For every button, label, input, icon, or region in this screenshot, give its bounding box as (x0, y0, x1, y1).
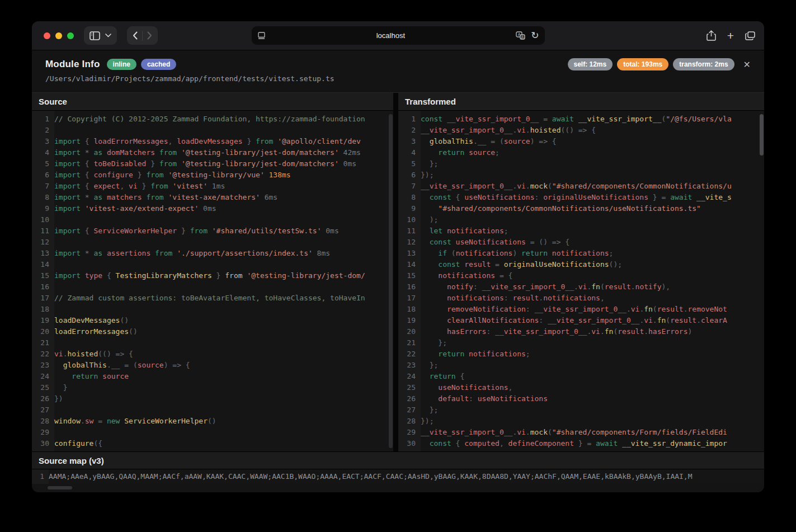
line-number: 22 (32, 349, 54, 360)
sourcemap-hscroll (32, 484, 764, 492)
reload-button[interactable]: ↻ (531, 31, 539, 40)
code-line: 3 globalThis.__ = (source) => { (398, 136, 764, 147)
line-number: 10 (398, 214, 421, 225)
code-line: 20loadErrorMessages() (32, 326, 393, 337)
code-line: 30configure({ (32, 438, 393, 449)
code-line: 4import * as domMatchers from '@testing-… (32, 147, 393, 158)
code-line: 5 }; (398, 158, 764, 170)
line-number: 15 (32, 270, 54, 281)
line-number: 11 (398, 225, 421, 237)
code-line: 30 const { computed, defineComponent } =… (398, 438, 764, 449)
code-line: 28}); (398, 416, 764, 427)
line-number: 1 (398, 114, 421, 125)
transformed-scrollbar[interactable] (760, 114, 764, 156)
line-number: 21 (32, 337, 54, 349)
code-line: 28window.sw = new ServiceWorkerHelper() (32, 416, 393, 427)
code-line: 10 (32, 214, 393, 225)
line-number: 29 (32, 427, 54, 438)
line-number: 17 (398, 293, 421, 304)
line-number: 26 (398, 393, 421, 404)
line-number: 3 (398, 136, 421, 147)
line-number: 3 (32, 136, 54, 147)
panel-divider[interactable] (393, 93, 398, 451)
line-number: 7 (32, 181, 54, 192)
code-line: 10 ); (398, 214, 764, 225)
sidebar-toggle-button[interactable] (84, 26, 117, 45)
code-line: 19 clearAllNotifications: __vite_ssr_imp… (398, 315, 764, 326)
line-number: 23 (398, 360, 421, 371)
line-number: 4 (32, 147, 54, 158)
new-tab-button[interactable]: + (727, 30, 734, 41)
line-number: 17 (32, 293, 54, 304)
share-button[interactable] (706, 30, 716, 41)
code-line: 29 (32, 427, 393, 438)
toolbar-right-actions: + (706, 30, 755, 41)
code-line: 22vi.hoisted(() => { (32, 349, 393, 360)
line-number: 25 (32, 382, 54, 393)
code-line: 23 }; (398, 360, 764, 371)
line-number: 27 (398, 404, 421, 416)
reader-icon[interactable] (257, 32, 266, 39)
code-line: 7import { expect, vi } from 'vitest' 1ms (32, 181, 393, 192)
timing-chip: transform: 2ms (673, 58, 734, 70)
translate-icon[interactable]: Aあ (516, 31, 525, 40)
code-line: 26}) (32, 393, 393, 404)
code-line: 15import type { TestingLibraryMatchers }… (32, 270, 393, 281)
code-line: 12 (32, 237, 393, 248)
code-line: 14 (32, 259, 393, 270)
code-line: 14 const result = originalUseNotificatio… (398, 259, 764, 270)
code-line: 24 return source (32, 371, 393, 382)
svg-text:あ: あ (521, 35, 524, 39)
chevron-down-icon (105, 34, 111, 37)
tabs-button[interactable] (745, 31, 755, 40)
code-line: 5import { toBeDisabled } from '@testing-… (32, 158, 393, 170)
code-line: 1// Copyright (C) 2012-2025 Zammad Found… (32, 114, 393, 125)
module-path: /Users/vladimir/Projects/zammad/app/fron… (45, 74, 751, 83)
line-number: 4 (398, 147, 421, 158)
line-number: 21 (398, 337, 421, 349)
code-line: 3import { loadErrorMessages, loadDevMess… (32, 136, 393, 147)
timing-chips: self: 12mstotal: 193mstransform: 2ms (568, 58, 734, 70)
minimize-window-button[interactable] (55, 32, 62, 39)
line-number: 6 (32, 170, 54, 181)
sourcemap-section: Source map (v3) 1 AAMA;AAeA,yBAAG,QAAQ,M… (32, 451, 764, 492)
line-number: 14 (32, 259, 54, 270)
code-line: 1const __vite_ssr_import_0__ = await __v… (398, 114, 764, 125)
code-line: 7__vite_ssr_import_0__.vi.mock("#shared/… (398, 181, 764, 192)
line-number: 19 (398, 315, 421, 326)
transformed-panel-title: Transformed (398, 93, 764, 111)
code-line: 20 hasErrors: __vite_ssr_import_0__.vi.f… (398, 326, 764, 337)
code-line: 25 } (32, 382, 393, 393)
source-scrollbar[interactable] (389, 114, 393, 448)
url-bar[interactable]: localhost Aあ ↻ (252, 26, 545, 45)
sourcemap-scrollbar[interactable] (48, 486, 72, 489)
code-line: 16 (32, 281, 393, 293)
code-line: 4 return source; (398, 147, 764, 158)
line-number: 30 (398, 438, 421, 449)
code-line: 21 }; (398, 337, 764, 349)
code-line: 26 default: useNotifications (398, 393, 764, 404)
zoom-window-button[interactable] (67, 32, 74, 39)
close-button[interactable]: ✕ (743, 59, 751, 70)
code-line: 2 (32, 125, 393, 136)
forward-button[interactable] (147, 31, 152, 40)
code-line: 11 let notifications; (398, 225, 764, 237)
code-line: 17 notifications: result.notifications, (398, 293, 764, 304)
line-number: 28 (398, 416, 421, 427)
close-window-button[interactable] (44, 32, 50, 39)
line-number: 23 (32, 360, 54, 371)
line-number: 24 (32, 371, 54, 382)
back-button[interactable] (133, 31, 138, 40)
line-number: 1 (32, 114, 54, 125)
code-line: 27 }; (398, 404, 764, 416)
sourcemap-title: Source map (v3) (32, 452, 764, 469)
line-number: 10 (32, 214, 54, 225)
code-line: 6import { configure } from '@testing-lib… (32, 170, 393, 181)
code-line: 6}); (398, 170, 764, 181)
line-number: 11 (32, 225, 54, 237)
line-number: 16 (398, 281, 421, 293)
page-title: Module Info (45, 59, 100, 70)
code-line: 9import 'vitest-axe/extend-expect' 0ms (32, 203, 393, 214)
line-number: 30 (32, 438, 54, 449)
code-line: 22 return notifications; (398, 349, 764, 360)
